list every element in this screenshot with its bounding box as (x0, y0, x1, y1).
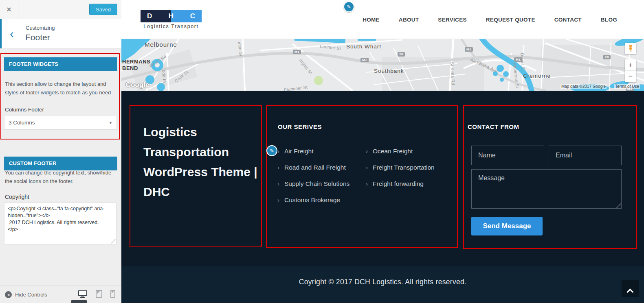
road-badge-m1: M1 (360, 58, 369, 62)
customizer-topbar: ✕ Saved (0, 0, 121, 19)
site-header: D H C Logistics Transport HOME ABOUT SER… (121, 0, 644, 39)
mobile-icon (110, 293, 115, 299)
map-zoom-controls: + − (625, 59, 636, 82)
road-badge-m1: M1 (293, 50, 301, 54)
columns-footer-select[interactable]: 3 Columns ▼ (4, 116, 117, 130)
footer-copyright-bar: Coyright © 2017 DCH Logistics. All right… (121, 266, 644, 303)
close-icon: ✕ (6, 6, 11, 13)
copyright-code-textarea[interactable]: <p>Coyright <i class="fa fa-copyright" a… (4, 203, 116, 244)
chevron-right-icon: › (366, 164, 368, 171)
chevron-right-icon: › (277, 196, 279, 204)
site-preview: D H C Logistics Transport HOME ABOUT SER… (121, 0, 644, 303)
chevron-right-icon: › (366, 180, 368, 187)
customizer-bottom-bar: ◀ Hide Controls (0, 285, 121, 303)
map-label-cremorne: Cremorne (523, 73, 551, 79)
contact-widget-heading: CONTACT FROM (468, 123, 519, 130)
saved-button[interactable]: Saved (89, 4, 117, 15)
chevron-up-icon (627, 288, 634, 295)
road-badge-20: 20 (398, 52, 405, 57)
back-chevron-icon: ‹ (10, 27, 14, 40)
map-attribution: Map data ©2017 Google (560, 84, 607, 89)
chevron-right-icon: › (277, 180, 279, 187)
desktop-icon (78, 293, 88, 299)
preview-desktop-button[interactable] (77, 289, 89, 300)
zoom-out-button[interactable]: − (625, 71, 636, 82)
road-badge-m1: M1 (514, 57, 522, 62)
chevron-right-icon: › (277, 148, 279, 155)
service-link-freight-forwarding[interactable]: › Freight forwarding (366, 180, 455, 196)
nav-item-about[interactable]: ABOUT (399, 17, 419, 23)
pegman-icon (625, 48, 636, 55)
services-list-left: › Air Freight › Road and Rail Freight › … (277, 148, 365, 213)
section-header-footer-widgets[interactable]: FOOTER WIDGETS (4, 57, 117, 71)
map-label-melbourne: Melbourne (145, 41, 177, 48)
customizing-label: Customizing (26, 25, 55, 31)
service-link-freight-transportation[interactable]: › Freight Transportation (366, 164, 455, 180)
chevron-right-icon: › (366, 148, 368, 155)
contact-name-input[interactable] (471, 146, 544, 165)
pencil-icon: ✎ (270, 148, 274, 154)
hide-controls-label: Hide Controls (15, 292, 47, 298)
close-customizer-button[interactable]: ✕ (0, 0, 18, 19)
back-button[interactable]: ‹ (2, 19, 21, 48)
main-navigation: HOME ABOUT SERVICES REQUEST QUOTE CONTAC… (363, 0, 644, 39)
nav-item-blog[interactable]: BLOG (601, 17, 617, 23)
logo-letter: H (169, 12, 174, 20)
google-map[interactable]: Melbourne HERMANS BEND South Wharf South… (121, 39, 644, 91)
google-logo[interactable]: Google (125, 81, 149, 89)
hide-controls-button[interactable]: ◀ Hide Controls (5, 286, 47, 303)
map-label-hermans: HERMANS (122, 59, 150, 65)
map-street-todd: Todd Rd (161, 68, 167, 85)
contact-email-input[interactable] (549, 146, 622, 165)
map-terms-of-use-link[interactable]: Terms of Use (614, 84, 640, 89)
mobile-icon-button[interactable] (107, 289, 119, 300)
street-view-pegman-button[interactable] (625, 43, 636, 54)
panel-title: Footer (25, 33, 50, 42)
panel-header: ‹ Customizing Footer (0, 19, 121, 48)
map-label-southbank: Southbank (374, 68, 404, 74)
service-link-road-rail-freight[interactable]: › Road and Rail Freight (277, 164, 365, 180)
map-label-bend: BEND (122, 65, 138, 71)
nav-item-home[interactable]: HOME (363, 17, 380, 23)
section-description: This section allow to change the layout … (5, 80, 116, 97)
copyright-text: Coyright © 2017 DCH Logistics. All right… (121, 278, 644, 286)
columns-footer-selected-value: 3 Columns (9, 120, 35, 126)
customizer-sidebar: ✕ Saved ‹ Customizing Footer FOOTER WIDG… (0, 0, 121, 303)
logo-tagline: Logistics Transport (141, 24, 202, 29)
logo-letter: C (190, 12, 195, 20)
collapse-arrow-icon: ◀ (5, 291, 12, 298)
service-link-ocean-freight[interactable]: › Ocean Freight (366, 148, 455, 164)
services-widget-heading: OUR SERIVES (278, 123, 322, 130)
road-badge-20: 20 (603, 55, 611, 59)
nav-item-services[interactable]: SERVICES (438, 17, 466, 23)
nav-item-request-quote[interactable]: REQUEST QUOTE (486, 17, 535, 23)
service-link-customs-brokerage[interactable]: › Customs Brokerage (277, 196, 365, 213)
select-dropdown-arrow-icon: ▼ (109, 116, 112, 129)
contact-message-textarea[interactable] (471, 169, 622, 209)
send-message-button[interactable]: Send Message (471, 217, 543, 235)
section-description: You can change the copyright text, show/… (5, 168, 116, 185)
zoom-in-button[interactable]: + (625, 59, 636, 71)
chevron-right-icon: › (277, 164, 279, 171)
columns-footer-label: Columns Footer (5, 107, 44, 113)
logo-letter: D (147, 12, 152, 20)
footer-site-title: Logistics Transportation WordPress Theme… (143, 122, 262, 202)
map-tiles (121, 39, 644, 91)
copyright-field-label: Copyright (5, 194, 29, 200)
panel-accent-bar (0, 19, 2, 48)
service-link-air-freight[interactable]: › Air Freight (277, 148, 365, 164)
map-label-south-wharf: South Wharf (346, 44, 381, 50)
preview-tablet-button[interactable] (93, 289, 105, 300)
edit-shortcut-header-button[interactable]: ✎ (343, 1, 354, 12)
road-badge-m1: M1 (465, 47, 473, 52)
site-logo[interactable]: D H C (141, 10, 202, 22)
nav-item-contact[interactable]: CONTACT (554, 17, 582, 23)
edit-shortcut-widget-button[interactable]: ✎ (266, 145, 277, 156)
service-link-supply-chain[interactable]: › Supply Chain Solutions (277, 180, 365, 196)
pencil-icon: ✎ (347, 4, 351, 10)
tablet-icon (96, 293, 102, 299)
scroll-to-top-button[interactable] (622, 280, 639, 297)
services-list-right: › Ocean Freight › Freight Transportation… (366, 148, 455, 196)
active-device-indicator (71, 300, 87, 303)
